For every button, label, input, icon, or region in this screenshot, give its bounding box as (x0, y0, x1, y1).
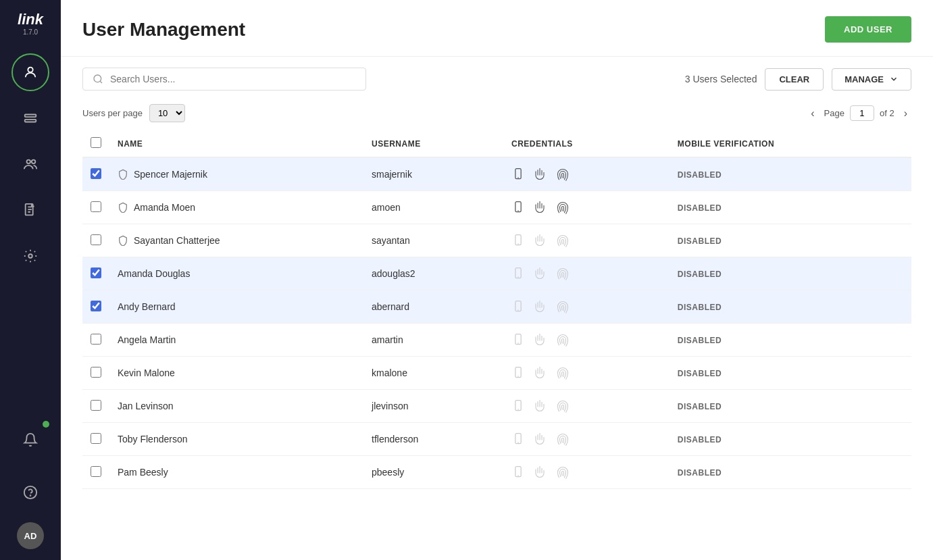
per-page-select[interactable]: 10 25 50 (149, 104, 185, 122)
svg-point-19 (518, 309, 519, 311)
row-mobile-cell: DISABLED (670, 456, 911, 489)
page-input[interactable] (850, 105, 874, 121)
row-mobile-cell: DISABLED (670, 423, 911, 456)
row-checkbox[interactable] (91, 168, 101, 179)
row-username-cell: sayantan (363, 224, 503, 257)
prev-page-button[interactable]: ‹ (807, 106, 818, 121)
fingerprint-cred-icon (555, 431, 571, 447)
fingerprint-cred-icon (555, 199, 571, 215)
help-icon (23, 485, 38, 500)
shield-icon (118, 202, 128, 213)
row-checkbox[interactable] (91, 433, 101, 444)
row-mobile-cell: DISABLED (670, 224, 911, 257)
next-page-button[interactable]: › (900, 106, 911, 121)
sidebar-item-notifications[interactable] (11, 421, 49, 459)
user-icon (23, 65, 38, 80)
hand-cred-icon (532, 166, 548, 182)
col-credentials: CREDENTIALS (503, 130, 670, 157)
row-checkbox[interactable] (91, 367, 101, 378)
hand-cred-icon (532, 464, 548, 480)
row-checkbox[interactable] (91, 234, 101, 245)
row-name: Amanda Douglas (118, 268, 190, 279)
svg-point-11 (518, 177, 519, 178)
add-user-button[interactable]: ADD USER (825, 16, 911, 43)
page-header: User Management ADD USER (61, 0, 933, 57)
row-name-cell: Sayantan Chatterjee (109, 224, 363, 257)
phone-cred-icon (511, 333, 525, 347)
sidebar: link 1.7.0 (0, 0, 61, 560)
hand-cred-icon (532, 232, 548, 249)
app-version: 1.7.0 (23, 28, 38, 36)
row-credentials-cell (503, 357, 670, 390)
svg-point-15 (518, 243, 519, 245)
row-username-cell: pbeesly (363, 456, 503, 489)
row-checkbox[interactable] (91, 301, 101, 311)
row-name: Toby Flenderson (118, 434, 188, 444)
table-row: Jan Levinson jlevinson DISABLED (82, 390, 911, 423)
toolbar: 3 Users Selected CLEAR MANAGE (61, 57, 933, 101)
svg-point-23 (518, 376, 519, 377)
page-label: Page (824, 108, 844, 118)
phone-cred-icon (511, 201, 525, 214)
row-username: amoen (372, 202, 401, 213)
main-content: User Management ADD USER 3 Users Selecte… (61, 0, 933, 560)
svg-point-0 (28, 68, 32, 72)
row-checkbox[interactable] (91, 201, 101, 212)
fingerprint-cred-icon (555, 365, 571, 381)
people-icon (23, 157, 38, 172)
sidebar-item-storage[interactable] (11, 99, 49, 137)
select-all-checkbox[interactable] (91, 137, 101, 148)
table-row: Toby Flenderson tflenderson DISABLED (82, 423, 911, 456)
row-credentials-cell (503, 423, 670, 456)
row-checkbox-cell (82, 324, 109, 357)
row-username: sayantan (372, 235, 410, 246)
row-name-cell: Amanda Douglas (109, 257, 363, 290)
sidebar-item-settings[interactable] (11, 237, 49, 275)
row-name: Spencer Majernik (134, 169, 207, 180)
sidebar-item-people[interactable] (11, 145, 49, 183)
manage-label: MANAGE (844, 74, 884, 84)
search-box (82, 68, 366, 91)
svg-point-29 (518, 475, 519, 476)
status-badge: DISABLED (678, 270, 722, 279)
row-checkbox[interactable] (91, 334, 101, 345)
row-checkbox-cell (82, 357, 109, 390)
row-checkbox[interactable] (91, 268, 101, 278)
row-checkbox[interactable] (91, 400, 101, 411)
row-name-cell: Spencer Majernik (109, 157, 363, 191)
row-username: jlevinson (372, 401, 408, 411)
row-credentials-cell (503, 290, 670, 324)
hand-cred-icon (532, 199, 548, 215)
status-badge: DISABLED (678, 468, 722, 478)
row-checkbox-cell (82, 456, 109, 489)
sidebar-item-document[interactable] (11, 191, 49, 229)
row-checkbox-cell (82, 191, 109, 224)
row-name: Angela Martin (118, 334, 176, 345)
row-username: smajernik (372, 169, 412, 180)
col-name: NAME (109, 130, 363, 157)
sidebar-item-help[interactable] (11, 474, 49, 511)
clear-button[interactable]: CLEAR (765, 68, 824, 91)
avatar[interactable]: AD (17, 522, 44, 549)
row-mobile-cell: DISABLED (670, 191, 911, 224)
row-username: adouglas2 (372, 268, 415, 279)
manage-button[interactable]: MANAGE (832, 68, 911, 91)
row-username: abernard (372, 301, 409, 312)
fingerprint-cred-icon (555, 166, 571, 182)
document-icon (23, 203, 38, 218)
row-username-cell: abernard (363, 290, 503, 324)
status-badge: DISABLED (678, 402, 722, 411)
phone-cred-icon (511, 465, 525, 479)
svg-point-4 (32, 160, 36, 164)
row-mobile-cell: DISABLED (670, 290, 911, 324)
status-badge: DISABLED (678, 369, 722, 378)
sidebar-item-user[interactable] (11, 53, 49, 91)
row-credentials-cell (503, 390, 670, 423)
svg-point-27 (518, 442, 519, 443)
row-checkbox[interactable] (91, 466, 101, 477)
table-row: Sayantan Chatterjee sayantan DISABLED (82, 224, 911, 257)
fingerprint-cred-icon (555, 299, 571, 315)
search-input[interactable] (110, 74, 356, 84)
status-badge: DISABLED (678, 336, 722, 345)
row-credentials-cell (503, 257, 670, 290)
